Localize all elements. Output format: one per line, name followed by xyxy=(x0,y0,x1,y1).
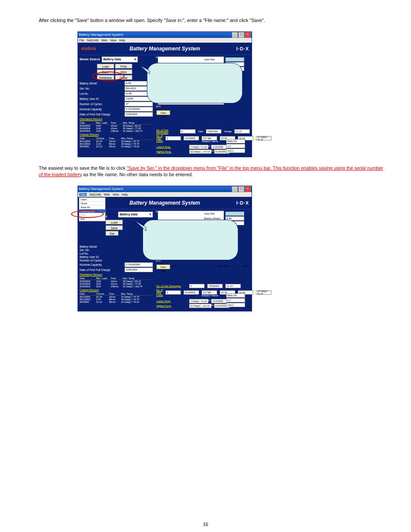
field-cycles: 37 xyxy=(125,102,153,106)
field-first-full: 4/28/2004 xyxy=(125,112,153,117)
page-number: 16 xyxy=(203,522,208,527)
field-hl-date-2: 4/14/2005 xyxy=(184,290,199,295)
menu-file-2[interactable]: File xyxy=(79,193,87,196)
database-button-2[interactable]: Dat xyxy=(106,231,118,236)
banner-title-2: Battery Management System xyxy=(129,200,200,206)
field-over-discharges: 5 xyxy=(180,129,196,134)
screenshot-save-by-ser: Battery Management System _ □ × File Set… xyxy=(78,186,252,311)
banner: endura Battery Management System I·D·X xyxy=(78,43,252,55)
mode-select-combo[interactable]: Battery Data ▾ xyxy=(102,56,138,62)
label-over-volt: Voltage xyxy=(224,130,232,133)
mode-select-combo-2[interactable]: Battery Data ▾ xyxy=(118,212,153,218)
label-capacity-2: Nominal Capacity xyxy=(80,263,102,266)
highlight-oval-save xyxy=(93,72,125,81)
label-battery-user-id: Battery User ID xyxy=(80,97,99,100)
label-data-from-2: Data From xyxy=(202,304,225,306)
label-highest-temp-2: Highest Temp. xyxy=(156,305,187,307)
menu-save-as[interactable]: Save As xyxy=(79,205,105,209)
maximize-button-2[interactable]: □ xyxy=(238,186,244,192)
svg-marker-0 xyxy=(140,65,149,74)
field-high-loads-2: 3 xyxy=(165,290,181,295)
load-button-2[interactable]: Load xyxy=(106,220,123,224)
label-over-date: Date xyxy=(198,130,203,133)
label-lot-no-2: Lot No. xyxy=(80,252,89,255)
para-save-window: After clicking the "Save" button a windo… xyxy=(39,17,385,24)
menu-web[interactable]: Web xyxy=(101,39,107,42)
highlight-oval-savebyser xyxy=(71,210,104,218)
menu-web-2[interactable]: Web xyxy=(104,193,110,196)
logo-idx-2: I·D·X xyxy=(237,200,249,205)
label-first-full-2: Date of First Full Charge xyxy=(80,268,110,271)
menu-setunit[interactable]: Set(Unit) xyxy=(87,39,99,42)
table-row: 8/9/200610.1A30min.24.0degC / 75.2F xyxy=(80,145,153,148)
callout-bubble xyxy=(147,63,243,103)
menu-file[interactable]: File xyxy=(79,39,84,42)
window-titlebar-2: Battery Management System _ □ × xyxy=(78,186,252,192)
field-adaptor-name: BMS-VR xyxy=(226,139,245,143)
field-adaptor-ver-2: 1.1 xyxy=(226,298,245,302)
table-row: 9/29/200621W148min.41.5degC / 106.7F xyxy=(80,285,153,288)
save-button-2[interactable]: Save xyxy=(106,225,123,230)
label-battery-user-id-2: Battery User ID xyxy=(80,255,99,258)
para-save-by-ser: The easiest way to save the file is to c… xyxy=(39,165,385,178)
charge-table-2: Date Current Time Max. Temp 8/21/200610.… xyxy=(80,292,153,303)
close-button-2[interactable]: × xyxy=(245,186,251,192)
label-adaptor-ver: Adaptor Ver. xyxy=(202,145,225,147)
label-adaptor-ver-2: Adaptor Ver. xyxy=(202,299,225,302)
minimize-button-2[interactable]: _ xyxy=(232,186,238,192)
data-save-button[interactable]: Data Sav xyxy=(156,110,170,115)
data-save-button-2[interactable]: Data Sav xyxy=(156,264,170,269)
label-ser-no: Ser. No. xyxy=(80,87,90,90)
menu-setunit-2[interactable]: Set(Unit) xyxy=(89,193,101,196)
table-row: 8/9/200610.1A30min.24.0degC / 75.2F xyxy=(80,301,153,303)
mode-select-value-2: Battery Data xyxy=(120,213,137,216)
label-cycles-2: Number of Cycles xyxy=(80,259,102,262)
label-over-discharges: No. of Over Discharges xyxy=(156,129,177,134)
field-adaptor-ver: 1.1 xyxy=(226,144,245,148)
field-over-date-2: 7/30/2006 xyxy=(207,284,223,288)
label-ser-no-2: Ser. No. xyxy=(80,249,90,252)
chart-xlabel: Time (min.) xyxy=(218,264,230,267)
logo-idx: I·D·X xyxy=(237,46,249,51)
screenshot-save-button: Battery Management System _ □ × File Set… xyxy=(78,31,252,157)
callout-bubble-2 xyxy=(143,220,238,260)
label-high-loads: No. of High Loads xyxy=(156,134,163,142)
field-data-from: Usb 1 xyxy=(226,149,245,153)
menu-close-item[interactable]: Close xyxy=(79,202,105,205)
field-high-loads: 3 xyxy=(165,136,181,140)
label-user-ref: User Ref. xyxy=(204,58,224,61)
field-adaptor-name-2: BMS-VR xyxy=(226,293,245,298)
callout-tail-icon xyxy=(139,63,156,76)
text-post: as the file name. No other data needs to… xyxy=(82,172,193,177)
window-title-2: Battery Management System xyxy=(79,187,123,191)
maximize-button[interactable]: □ xyxy=(238,32,244,38)
menu-view[interactable]: View xyxy=(110,39,116,42)
menu-help[interactable]: Help xyxy=(119,39,125,42)
menu-open[interactable]: Open xyxy=(79,198,105,202)
menu-view-2[interactable]: View xyxy=(112,193,119,196)
banner-title: Battery Management System xyxy=(129,46,200,52)
table-row: 9/29/200621W148min.41.5degC / 106.7F xyxy=(80,130,153,132)
menu-help-2[interactable]: Help xyxy=(121,193,128,196)
field-user-ref[interactable] xyxy=(225,57,244,62)
field-over-date: 7/30/2006 xyxy=(206,129,221,134)
label-lowest-temp-2: Lowest Temp. xyxy=(156,300,187,302)
field-hl-temp: 24.5degC / 76.1F xyxy=(256,136,271,140)
field-hl-temp-2: 24.5degC / 76.1F xyxy=(256,290,271,295)
chart-xmax: 159.0 xyxy=(243,264,249,267)
label-first-full: Date of First Full Charge xyxy=(80,113,110,116)
charge-record-heading: Charge Record xyxy=(80,133,153,136)
field-over-discharges-2: 5 xyxy=(189,284,205,288)
label-high-loads-2: No. of High Loads xyxy=(156,289,163,296)
menu-bar-2[interactable]: File Set(Unit) Web View Help xyxy=(78,192,252,197)
field-data-from-2: Usb 1 xyxy=(226,303,245,307)
mode-select-value: Battery Data xyxy=(103,58,121,61)
minimize-button[interactable]: _ xyxy=(232,32,238,38)
load-button[interactable]: Load xyxy=(97,64,114,68)
close-button[interactable]: × xyxy=(245,32,251,38)
menu-bar[interactable]: File Set(Unit) Web View Help xyxy=(78,38,252,43)
print-button[interactable]: Print xyxy=(115,64,132,68)
logo-endura: endura xyxy=(81,46,96,51)
field-user-ref-2[interactable] xyxy=(225,212,244,216)
label-user-ref-2: User Ref. xyxy=(204,212,224,215)
